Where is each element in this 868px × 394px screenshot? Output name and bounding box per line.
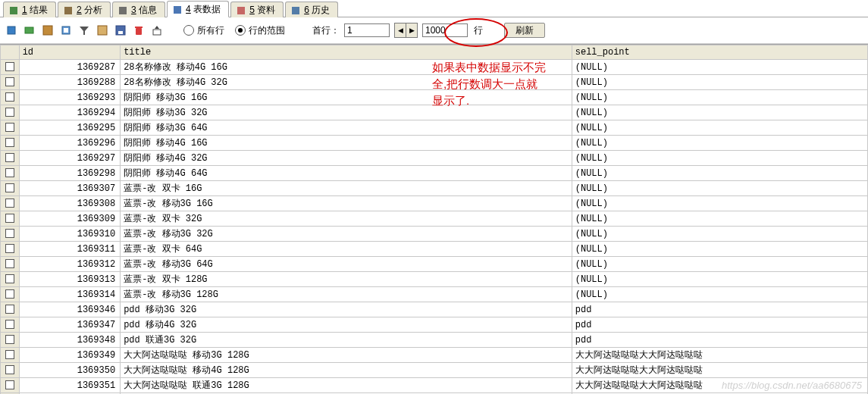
cell-title[interactable]: 阴阳师 移动4G 32G (121, 151, 572, 166)
row-checkbox[interactable] (5, 289, 14, 299)
cell-sell-point[interactable]: (NULL) (572, 90, 867, 105)
cell-title[interactable]: 阴阳师 移动3G 64G (121, 120, 572, 136)
radio-row-range[interactable] (235, 25, 246, 36)
tab-资料[interactable]: 5 资料 (230, 2, 284, 17)
row-checkbox[interactable] (5, 153, 14, 162)
cell-sell-point[interactable]: (NULL) (572, 227, 867, 242)
row-gutter[interactable] (1, 227, 20, 242)
row-gutter[interactable] (1, 302, 20, 317)
row-gutter[interactable] (1, 196, 20, 211)
table-row[interactable]: 1369313蓝票-改 双卡 128G(NULL) (1, 272, 868, 287)
row-checkbox[interactable] (5, 108, 14, 117)
save-icon[interactable] (114, 23, 127, 37)
cell-id[interactable]: 1369309 (19, 211, 121, 227)
cell-id[interactable]: 1369293 (19, 90, 121, 105)
toolbar-icon-4[interactable] (59, 23, 73, 37)
cell-id[interactable]: 1369288 (19, 75, 121, 90)
row-checkbox[interactable] (5, 123, 14, 132)
cell-id[interactable]: 1369349 (19, 348, 121, 363)
row-gutter[interactable] (1, 75, 20, 90)
cell-title[interactable]: 大大阿达哒哒哒 移动3G 128G (121, 348, 572, 363)
row-checkbox[interactable] (5, 138, 14, 147)
row-checkbox[interactable] (5, 380, 14, 389)
row-checkbox[interactable] (5, 274, 14, 283)
table-row[interactable]: 1369310蓝票-改 移动3G 32G(NULL) (1, 227, 868, 242)
cell-sell-point[interactable]: (NULL) (572, 242, 867, 257)
row-checkbox[interactable] (5, 229, 14, 238)
cell-sell-point[interactable]: (NULL) (572, 181, 867, 196)
table-row[interactable]: 1369297阴阳师 移动4G 32G(NULL) (1, 151, 868, 166)
table-row[interactable]: 1369294阴阳师 移动3G 32G(NULL) (1, 105, 868, 120)
row-gutter[interactable] (1, 166, 20, 181)
cell-title[interactable]: 28名称修改 移动4G 16G (121, 60, 572, 75)
row-gutter-header[interactable] (1, 45, 20, 60)
cell-id[interactable]: 1369348 (19, 333, 121, 348)
cell-title[interactable]: 大大阿达哒哒哒 联通3G 128G (121, 378, 572, 393)
export-icon[interactable] (150, 23, 164, 37)
tab-历史[interactable]: 6 历史 (285, 2, 338, 17)
cell-sell-point[interactable]: (NULL) (572, 120, 867, 136)
cell-title[interactable]: pdd 联通3G 32G (121, 333, 572, 348)
row-checkbox[interactable] (5, 335, 14, 344)
col-header-title[interactable]: title (121, 45, 572, 60)
row-gutter[interactable] (1, 151, 20, 166)
row-gutter[interactable] (1, 120, 20, 136)
table-row[interactable]: 1369308蓝票-改 移动3G 16G(NULL) (1, 196, 868, 211)
row-checkbox[interactable] (5, 199, 14, 208)
row-gutter[interactable] (1, 378, 20, 393)
row-gutter[interactable] (1, 60, 20, 75)
row-count-input[interactable] (422, 23, 468, 37)
cell-title[interactable]: 阴阳师 移动3G 16G (121, 90, 572, 105)
table-row[interactable]: 1369295阴阳师 移动3G 64G(NULL) (1, 120, 868, 136)
table-row[interactable]: 1369314蓝票-改 移动3G 128G(NULL) (1, 287, 868, 302)
row-gutter[interactable] (1, 317, 20, 333)
cell-id[interactable]: 1369287 (19, 60, 121, 75)
cell-title[interactable]: pdd 移动4G 32G (121, 317, 572, 333)
cell-id[interactable]: 1369297 (19, 151, 121, 166)
cell-title[interactable]: 28名称修改 移动4G 32G (121, 75, 572, 90)
row-checkbox[interactable] (5, 244, 14, 253)
row-gutter[interactable] (1, 348, 20, 363)
cell-id[interactable]: 1369295 (19, 120, 121, 136)
cell-title[interactable]: 蓝票-改 双卡 32G (121, 211, 572, 227)
row-gutter[interactable] (1, 287, 20, 302)
cell-sell-point[interactable]: (NULL) (572, 151, 867, 166)
filter-icon[interactable] (77, 23, 91, 37)
toolbar-icon-6[interactable] (96, 23, 109, 37)
row-checkbox[interactable] (5, 77, 14, 86)
table-row[interactable]: 1369293阴阳师 移动3G 16G(NULL) (1, 90, 868, 105)
cell-sell-point[interactable]: pdd (572, 317, 867, 333)
toolbar-icon-1[interactable] (5, 23, 18, 37)
cell-sell-point[interactable]: (NULL) (572, 105, 867, 120)
cell-id[interactable]: 1369310 (19, 227, 121, 242)
row-gutter[interactable] (1, 363, 20, 378)
cell-id[interactable]: 1369351 (19, 378, 121, 393)
row-checkbox[interactable] (5, 259, 14, 268)
tab-分析[interactable]: 2 分析 (58, 2, 111, 17)
cell-sell-point[interactable]: (NULL) (572, 257, 867, 272)
table-row[interactable]: 1369307蓝票-改 双卡 16G(NULL) (1, 181, 868, 196)
cell-title[interactable]: 蓝票-改 移动3G 64G (121, 257, 572, 272)
row-checkbox[interactable] (5, 350, 14, 359)
row-gutter[interactable] (1, 181, 20, 196)
cell-title[interactable]: 蓝票-改 双卡 128G (121, 272, 572, 287)
cell-sell-point[interactable]: pdd (572, 333, 867, 348)
cell-id[interactable]: 1369296 (19, 136, 121, 151)
table-row[interactable]: 1369309蓝票-改 双卡 32G(NULL) (1, 211, 868, 227)
cell-sell-point[interactable]: 大大阿达哒哒哒大大阿达哒哒哒 (572, 348, 867, 363)
row-spinner[interactable]: ◀ ▶ (394, 23, 418, 38)
cell-id[interactable]: 1369298 (19, 166, 121, 181)
cell-sell-point[interactable]: (NULL) (572, 75, 867, 90)
table-row[interactable]: 1369296阴阳师 移动4G 16G(NULL) (1, 136, 868, 151)
tab-表数据[interactable]: 4 表数据 (167, 1, 229, 17)
table-row[interactable]: 1369311蓝票-改 双卡 64G(NULL) (1, 242, 868, 257)
cell-sell-point[interactable]: (NULL) (572, 287, 867, 302)
row-checkbox[interactable] (5, 92, 14, 102)
row-gutter[interactable] (1, 136, 20, 151)
tab-信息[interactable]: 3 信息 (112, 2, 165, 17)
row-gutter[interactable] (1, 333, 20, 348)
cell-id[interactable]: 1369313 (19, 272, 121, 287)
cell-id[interactable]: 1369311 (19, 242, 121, 257)
cell-id[interactable]: 1369347 (19, 317, 121, 333)
cell-title[interactable]: pdd 移动3G 32G (121, 302, 572, 317)
